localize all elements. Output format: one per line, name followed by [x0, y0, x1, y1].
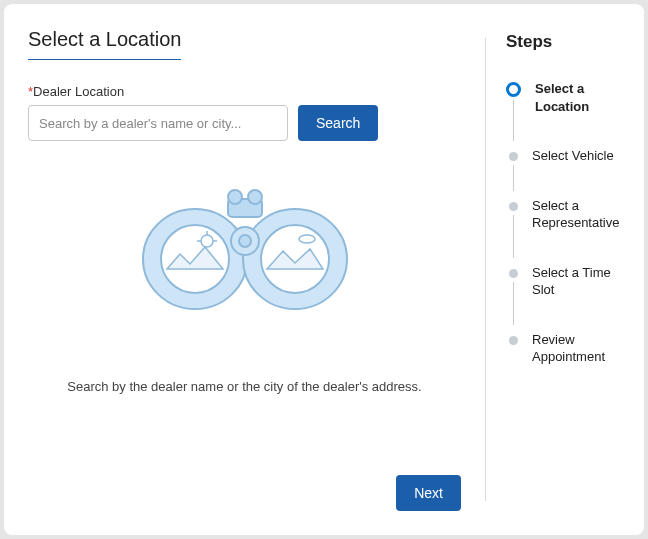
step-select-representative: Select a Representative: [506, 197, 636, 264]
search-button[interactable]: Search: [298, 105, 378, 141]
page-title: Select a Location: [28, 28, 181, 60]
step-label: Select Vehicle: [532, 147, 614, 165]
step-marker-icon: [509, 336, 518, 345]
steps-list: Select a Location Select Vehicle Select …: [506, 80, 636, 366]
step-marker-icon: [509, 202, 518, 211]
step-marker-icon: [509, 269, 518, 278]
field-label: *Dealer Location: [28, 84, 461, 99]
svg-point-6: [239, 235, 251, 247]
step-select-location: Select a Location: [506, 80, 636, 147]
footer: Next: [28, 459, 461, 511]
step-marker-icon: [506, 82, 521, 97]
svg-point-1: [228, 190, 242, 204]
dealer-search-input[interactable]: [28, 105, 288, 141]
main-panel: Select a Location *Dealer Location Searc…: [28, 28, 485, 511]
search-row: Search: [28, 105, 461, 141]
svg-point-8: [261, 225, 329, 293]
step-label: Select a Representative: [532, 197, 636, 232]
step-label: Review Appointment: [532, 331, 636, 366]
binoculars-icon: [135, 169, 355, 329]
step-label: Select a Time Slot: [532, 264, 636, 299]
modal-dialog: Select a Location *Dealer Location Searc…: [4, 4, 644, 535]
step-marker-icon: [509, 152, 518, 161]
steps-sidebar: Steps Select a Location Select Vehicle S…: [486, 28, 636, 511]
step-review-appointment: Review Appointment: [506, 331, 636, 366]
help-text: Search by the dealer name or the city of…: [28, 379, 461, 394]
illustration: [28, 169, 461, 329]
next-button[interactable]: Next: [396, 475, 461, 511]
step-label: Select a Location: [535, 80, 636, 115]
dealer-location-label: Dealer Location: [33, 84, 124, 99]
step-select-time-slot: Select a Time Slot: [506, 264, 636, 331]
svg-point-2: [248, 190, 262, 204]
step-select-vehicle: Select Vehicle: [506, 147, 636, 197]
steps-title: Steps: [506, 32, 636, 52]
